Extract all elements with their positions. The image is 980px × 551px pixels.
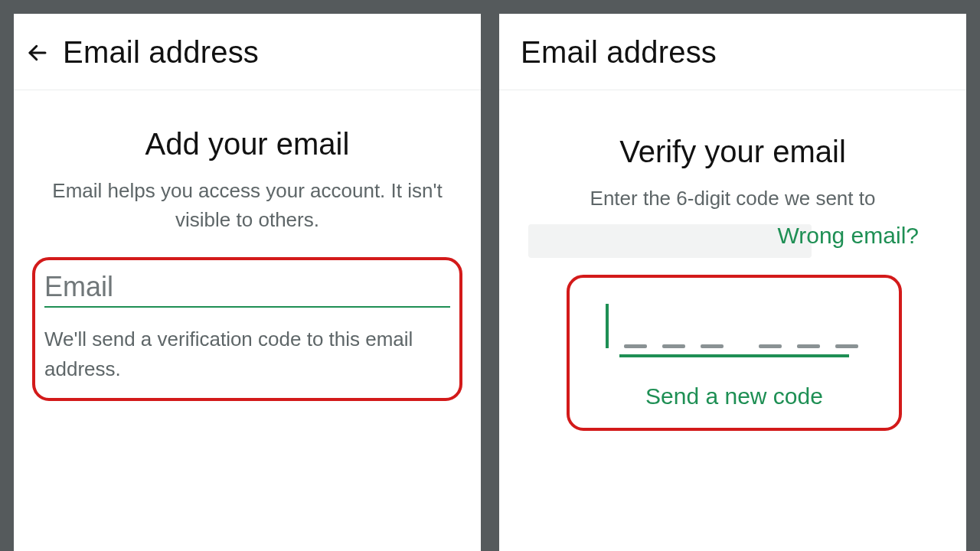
heading: Add your email — [35, 127, 459, 161]
screenshot-pair: Email address Add your email Email helps… — [14, 14, 966, 551]
helper-text: We'll send a verification code to this e… — [44, 324, 450, 384]
code-input[interactable] — [588, 299, 880, 348]
code-slot — [759, 344, 782, 348]
code-slot — [624, 344, 647, 348]
redacted-email — [528, 224, 812, 258]
code-slot — [835, 344, 858, 348]
content: Add your email Email helps you access yo… — [14, 90, 481, 401]
code-entry-highlight: Send a new code — [567, 275, 902, 431]
email-field-highlight: Email We'll send a verification code to … — [32, 257, 462, 401]
code-slot — [701, 344, 724, 348]
code-slot — [797, 344, 820, 348]
back-arrow-icon[interactable] — [24, 40, 51, 66]
header: Email address — [499, 14, 966, 90]
page-title: Email address — [521, 35, 717, 70]
input-underline — [619, 354, 849, 357]
input-underline — [44, 306, 450, 308]
email-field[interactable]: Email — [44, 271, 450, 306]
code-slot — [662, 344, 685, 348]
header: Email address — [14, 14, 481, 90]
subtext: Email helps you access your account. It … — [35, 177, 459, 234]
content: Verify your email Enter the 6-digit code… — [499, 90, 966, 431]
resend-code-link[interactable]: Send a new code — [588, 383, 880, 409]
panel-add-email: Email address Add your email Email helps… — [14, 14, 481, 551]
panel-verify-email: Email address Verify your email Enter th… — [499, 14, 966, 551]
page-title: Email address — [63, 35, 259, 70]
subtext: Enter the 6-digit code we sent to — [521, 184, 945, 214]
wrong-email-link[interactable]: Wrong email? — [777, 223, 919, 249]
heading: Verify your email — [521, 135, 945, 169]
text-caret — [606, 304, 609, 348]
sent-to-row: Wrong email? — [521, 220, 945, 262]
